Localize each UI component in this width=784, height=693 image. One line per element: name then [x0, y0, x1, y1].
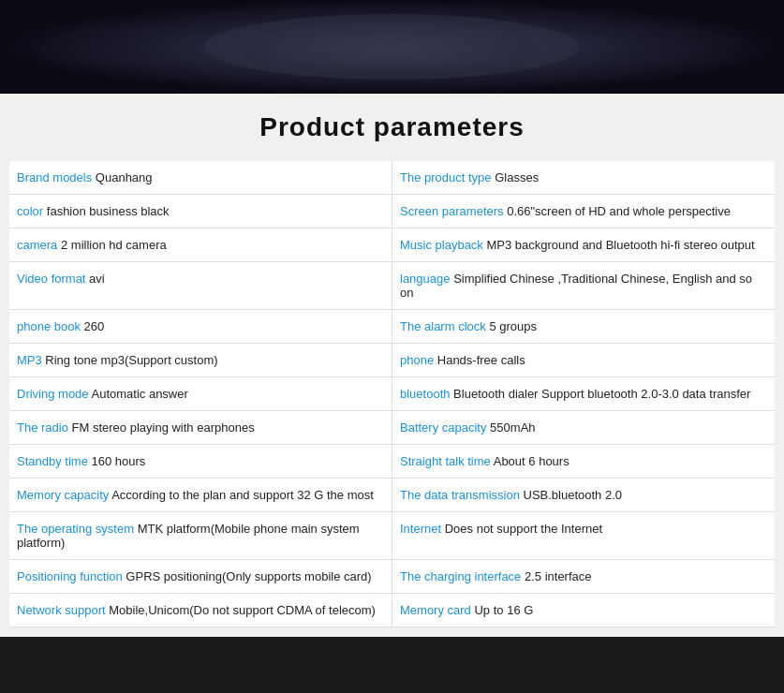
svg-point-1 — [204, 14, 579, 80]
left-label-6: Driving mode — [17, 387, 91, 401]
table-row: Video format avilanguage Simplified Chin… — [9, 262, 775, 310]
right-value-4: 5 groups — [489, 319, 537, 333]
right-value-3: Simplified Chinese ,Traditional Chinese,… — [400, 272, 752, 300]
right-label-4: The alarm clock — [400, 319, 489, 333]
right-value-7: 550mAh — [490, 420, 535, 435]
right-value-10: Does not support the Internet — [445, 522, 602, 536]
left-value-2: 2 million hd camera — [61, 238, 167, 252]
left-value-5: Ring tone mp3(Support custom) — [45, 353, 217, 367]
left-cell-0: Brand models Quanhang — [9, 161, 392, 195]
right-value-0: Glasses — [495, 170, 539, 184]
left-cell-6: Driving mode Automatic answer — [9, 377, 392, 411]
left-cell-10: The operating system MTK platform(Mobile… — [9, 512, 392, 560]
right-label-6: bluetooth — [400, 387, 453, 401]
hero-image — [0, 0, 784, 94]
right-cell-8: Straight talk time About 6 hours — [392, 445, 776, 479]
right-value-9: USB.bluetooth 2.0 — [524, 488, 623, 502]
table-row: The operating system MTK platform(Mobile… — [9, 512, 775, 560]
left-value-4: 260 — [84, 319, 105, 333]
table-row: MP3 Ring tone mp3(Support custom)phone H… — [9, 344, 775, 377]
product-params-container: Product parameters Brand models Quanhang… — [0, 94, 784, 637]
left-value-8: 160 hours — [92, 454, 146, 468]
right-label-12: Memory card — [400, 603, 474, 617]
left-value-9: According to the plan and support 32 G t… — [111, 488, 374, 502]
table-row: Network support Mobile,Unicom(Do not sup… — [9, 594, 775, 627]
left-cell-2: camera 2 million hd camera — [9, 229, 392, 262]
right-cell-11: The charging interface 2.5 interface — [392, 560, 776, 594]
left-cell-5: MP3 Ring tone mp3(Support custom) — [9, 344, 392, 377]
left-label-10: The operating system — [17, 522, 138, 536]
right-cell-9: The data transmission USB.bluetooth 2.0 — [392, 479, 776, 512]
right-label-9: The data transmission — [400, 488, 524, 502]
right-label-2: Music playback — [400, 238, 486, 252]
right-value-5: Hands-free calls — [437, 353, 525, 367]
left-label-5: MP3 — [17, 353, 45, 367]
right-value-11: 2.5 interface — [525, 569, 592, 583]
left-label-11: Positioning function — [17, 569, 126, 583]
table-row: Driving mode Automatic answerbluetooth B… — [9, 377, 775, 411]
right-label-5: phone — [400, 353, 437, 367]
left-value-0: Quanhang — [96, 170, 153, 184]
svg-point-2 — [242, 28, 541, 75]
right-cell-10: Internet Does not support the Internet — [392, 512, 776, 560]
right-cell-5: phone Hands-free calls — [392, 344, 776, 377]
params-table: Brand models QuanhangThe product type Gl… — [9, 161, 775, 627]
left-value-3: avi — [89, 272, 105, 286]
left-cell-4: phone book 260 — [9, 310, 392, 344]
table-row: Positioning function GPRS positioning(On… — [9, 560, 775, 594]
right-label-11: The charging interface — [400, 569, 525, 583]
right-value-6: Bluetooth dialer Support bluetooth 2.0-3… — [453, 387, 750, 401]
left-value-12: Mobile,Unicom(Do not support CDMA of tel… — [109, 603, 376, 617]
right-cell-1: Screen parameters 0.66"screen of HD and … — [392, 195, 776, 229]
table-row: phone book 260The alarm clock 5 groups — [9, 310, 775, 344]
table-row: camera 2 million hd cameraMusic playback… — [9, 229, 775, 262]
left-label-2: camera — [17, 238, 61, 252]
left-value-6: Automatic answer — [91, 387, 187, 401]
right-label-0: The product type — [400, 170, 495, 184]
left-cell-7: The radio FM stereo playing with earphon… — [9, 411, 392, 445]
right-value-12: Up to 16 G — [474, 603, 533, 617]
right-cell-0: The product type Glasses — [392, 161, 776, 195]
right-cell-4: The alarm clock 5 groups — [392, 310, 776, 344]
left-cell-8: Standby time 160 hours — [9, 445, 392, 479]
right-cell-12: Memory card Up to 16 G — [392, 594, 776, 627]
left-cell-3: Video format avi — [9, 262, 392, 310]
right-value-1: 0.66"screen of HD and whole perspective — [507, 204, 731, 218]
left-label-9: Memory capacity — [17, 488, 111, 502]
right-cell-3: language Simplified Chinese ,Traditional… — [392, 262, 776, 310]
right-cell-6: bluetooth Bluetooth dialer Support bluet… — [392, 377, 776, 411]
left-label-8: Standby time — [17, 454, 92, 468]
right-label-1: Screen parameters — [400, 204, 507, 218]
right-cell-7: Battery capacity 550mAh — [392, 411, 776, 445]
left-label-1: color — [17, 204, 47, 218]
right-label-7: Battery capacity — [400, 420, 490, 435]
table-row: The radio FM stereo playing with earphon… — [9, 411, 775, 445]
left-cell-9: Memory capacity According to the plan an… — [9, 479, 392, 512]
right-value-2: MP3 background and Bluetooth hi-fi stere… — [486, 238, 754, 252]
table-row: Memory capacity According to the plan an… — [9, 479, 775, 512]
right-label-10: Internet — [400, 522, 445, 536]
left-cell-12: Network support Mobile,Unicom(Do not sup… — [9, 594, 392, 627]
left-value-1: fashion business black — [47, 204, 170, 218]
left-label-4: phone book — [17, 319, 84, 333]
left-value-11: GPRS positioning(Only supports mobile ca… — [126, 569, 371, 583]
table-row: Brand models QuanhangThe product type Gl… — [9, 161, 775, 195]
table-row: Standby time 160 hoursStraight talk time… — [9, 445, 775, 479]
right-value-8: About 6 hours — [494, 454, 570, 468]
left-label-3: Video format — [17, 272, 89, 286]
right-label-8: Straight talk time — [400, 454, 494, 468]
svg-rect-0 — [0, 0, 784, 94]
section-title: Product parameters — [9, 112, 775, 142]
table-row: color fashion business blackScreen param… — [9, 195, 775, 229]
left-cell-1: color fashion business black — [9, 195, 392, 229]
left-cell-11: Positioning function GPRS positioning(On… — [9, 560, 392, 594]
right-cell-2: Music playback MP3 background and Blueto… — [392, 229, 776, 262]
right-label-3: language — [400, 272, 453, 286]
left-label-12: Network support — [17, 603, 109, 617]
left-label-0: Brand models — [17, 170, 96, 184]
left-value-7: FM stereo playing with earphones — [72, 420, 255, 435]
left-label-7: The radio — [17, 420, 72, 435]
